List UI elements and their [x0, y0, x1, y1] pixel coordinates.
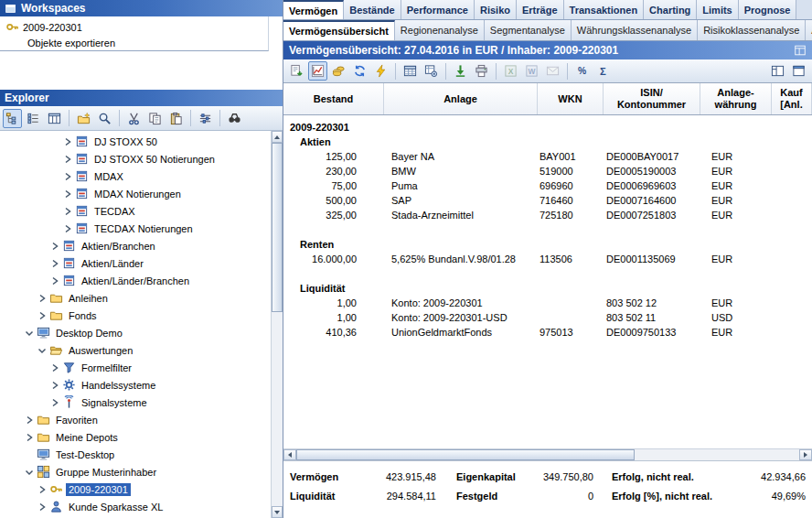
tab-verm-gen[interactable]: Vermögen — [283, 0, 344, 19]
tab-performance[interactable]: Performance — [401, 0, 475, 19]
tree-item-favoriten[interactable]: Favoriten — [0, 411, 271, 428]
table-row[interactable]: 325,00Stada-Arzneimittel725180DE00072518… — [283, 208, 812, 222]
expand-icon[interactable] — [62, 171, 72, 181]
coins-icon[interactable] — [329, 61, 348, 81]
list-view-icon[interactable] — [24, 109, 43, 128]
tree-scrollbar-track[interactable] — [272, 143, 283, 506]
binoculars-icon[interactable] — [225, 109, 244, 128]
tree-item-handelssysteme[interactable]: Handelssysteme — [0, 376, 271, 394]
table-icon[interactable] — [401, 61, 420, 81]
table-gear-icon[interactable] — [422, 61, 441, 81]
mail-icon[interactable] — [543, 61, 562, 81]
tab-risiko[interactable]: Risiko — [475, 0, 517, 19]
lightning-icon[interactable] — [371, 61, 390, 81]
download-icon[interactable] — [451, 61, 470, 81]
paste-icon[interactable] — [166, 109, 186, 128]
scroll-up-arrow-icon[interactable] — [272, 131, 283, 143]
tree-item-aktien-branchen[interactable]: Aktien/Branchen — [0, 237, 271, 254]
expand-icon[interactable] — [24, 432, 34, 442]
hscrollbar-track[interactable] — [635, 449, 799, 460]
new-folder-icon[interactable] — [74, 109, 93, 128]
expand-icon[interactable] — [49, 397, 59, 407]
tab-transaktionen[interactable]: Transaktionen — [564, 0, 645, 19]
tree-item-tecdax-notierungen[interactable]: TECDAX Notierungen — [0, 220, 271, 237]
printer-icon[interactable] — [472, 61, 491, 81]
tree-item-aktien-l-nder[interactable]: Aktien/Länder — [0, 254, 271, 272]
subtab-w-hrungsklassenanalyse[interactable]: Währungsklassenanalyse — [572, 20, 698, 40]
column-header-bestand[interactable]: Bestand — [283, 83, 384, 114]
tree-item-anleihen[interactable]: Anleihen — [0, 289, 271, 307]
scroll-down-arrow-icon[interactable] — [272, 506, 283, 518]
excel-icon[interactable]: X — [501, 61, 520, 81]
collapse-icon[interactable] — [24, 467, 34, 477]
tree-item-aktien-l-nder-branchen[interactable]: Aktien/Länder/Branchen — [0, 272, 271, 289]
chart-icon[interactable] — [308, 61, 327, 81]
column-header-anlage[interactable]: Anlage — [384, 83, 538, 114]
column-header-anlage[interactable]: Anlage-währung — [700, 83, 772, 114]
percent-icon[interactable]: % — [572, 61, 592, 81]
collapse-icon[interactable] — [37, 345, 47, 355]
tree-item-mdax-notierungen[interactable]: MDAX Notierungen — [0, 185, 271, 202]
cut-icon[interactable] — [124, 109, 144, 128]
expand-icon[interactable] — [49, 241, 59, 251]
tree-item-meine-depots[interactable]: Meine Depots — [0, 428, 271, 446]
table-group-title[interactable]: Liquidität — [283, 281, 812, 296]
expand-icon[interactable] — [24, 415, 34, 425]
table-row[interactable]: 1,00Konto: 2009-220301-USD803 502 11USD — [283, 310, 812, 325]
sliders-icon[interactable] — [196, 109, 215, 128]
window-icon[interactable] — [789, 61, 808, 81]
expand-icon[interactable] — [49, 258, 59, 268]
expand-icon[interactable] — [49, 275, 59, 286]
search-icon[interactable] — [95, 109, 114, 128]
expand-icon[interactable] — [37, 293, 47, 303]
tree-item-tecdax[interactable]: TECDAX — [0, 202, 271, 220]
tab-charting[interactable]: Charting — [644, 0, 697, 19]
report-export-icon[interactable] — [287, 61, 306, 81]
table-row[interactable]: 75,00Puma696960DE0006969603EUR — [283, 178, 812, 193]
tab-ertr-ge[interactable]: Erträge — [517, 0, 564, 19]
subtab-artenan[interactable]: Artenan — [806, 20, 812, 40]
subtab-regionenanalyse[interactable]: Regionenanalyse — [395, 20, 485, 40]
tree-item-dj-stoxx-50[interactable]: DJ STOXX 50 — [0, 133, 271, 150]
subtab-verm-gens-bersicht[interactable]: Vermögensübersicht — [283, 20, 395, 40]
sigma-icon[interactable]: Σ — [593, 61, 613, 81]
table-row[interactable]: 500,00SAP716460DE0007164600EUR — [283, 193, 812, 208]
workspace-item-2009-220301[interactable]: 2009-220301 — [0, 19, 268, 35]
expand-icon[interactable] — [37, 310, 47, 320]
table-row[interactable]: 125,00Bayer NABAY001DE000BAY0017EUR — [283, 149, 812, 164]
table-row[interactable]: 16.000,005,625% Bundanl.V.98/01.28113506… — [283, 252, 812, 266]
scroll-left-arrow-icon[interactable] — [283, 449, 296, 460]
subtab-segmentanalyse[interactable]: Segmentanalyse — [485, 20, 572, 40]
tree-item-dj-stoxx-50-notierungen[interactable]: DJ STOXX 50 Notierungen — [0, 150, 271, 167]
tree-scrollbar-thumb[interactable] — [272, 143, 283, 312]
expand-icon[interactable] — [37, 502, 47, 512]
table-group-owner[interactable]: 2009-220301 — [283, 120, 812, 135]
columns-view-icon[interactable] — [45, 109, 64, 128]
expand-icon[interactable] — [62, 189, 72, 199]
expand-icon[interactable] — [62, 223, 72, 233]
tab-prognose[interactable]: Prognose — [739, 0, 797, 19]
tree-item-gruppe-musterinhaber[interactable]: Gruppe Musterinhaber — [0, 463, 271, 480]
expand-icon[interactable] — [49, 362, 59, 372]
tree-item-fonds[interactable]: Fonds — [0, 307, 271, 324]
tab-limits[interactable]: Limits — [697, 0, 738, 19]
expand-icon[interactable] — [37, 484, 47, 494]
tree-item-desktop-demo[interactable]: Desktop Demo — [0, 324, 271, 341]
tab-best-nde[interactable]: Bestände — [344, 0, 401, 19]
expand-icon[interactable] — [62, 206, 72, 216]
table-row[interactable]: 1,00Konto: 2009-220301803 502 12EUR — [283, 296, 812, 310]
workspace-item-objekte-exportieren[interactable]: Objekte exportieren — [0, 35, 268, 50]
copy-icon[interactable] — [145, 109, 165, 128]
table-group-title[interactable]: Aktien — [283, 135, 812, 149]
expand-icon[interactable] — [62, 154, 72, 164]
scroll-right-arrow-icon[interactable] — [799, 449, 812, 460]
table-row[interactable]: 230,00BMW519000DE0005190003EUR — [283, 164, 812, 178]
table-group-title[interactable]: Renten — [283, 237, 812, 252]
refresh-icon[interactable] — [350, 61, 369, 81]
table-row[interactable]: 410,36UnionGeldmarktFonds975013DE0009750… — [283, 325, 812, 340]
column-header-kauf[interactable]: Kauf[Anl. — [772, 83, 812, 114]
expand-icon[interactable] — [62, 136, 72, 146]
column-header-wkn[interactable]: WKN — [538, 83, 604, 114]
layout-icon[interactable] — [768, 61, 787, 81]
tree-scrollbar[interactable] — [271, 131, 283, 518]
